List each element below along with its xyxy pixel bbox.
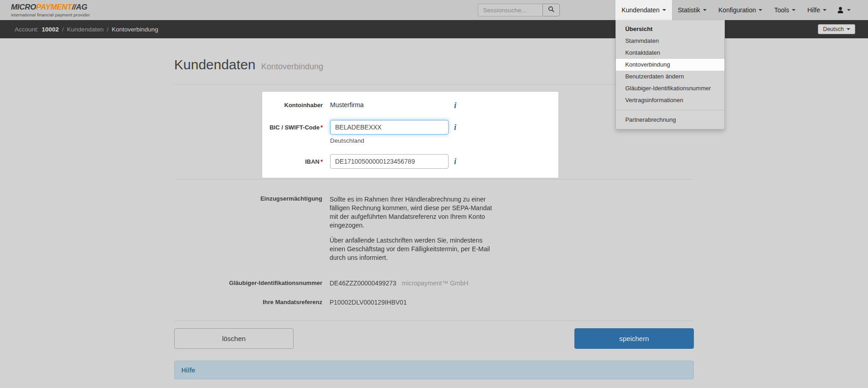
page-subtitle: Kontoverbindung bbox=[261, 62, 323, 71]
dropdown-item-partnerabrechnung[interactable]: Partnerabrechnung bbox=[616, 114, 724, 126]
iban-input[interactable] bbox=[330, 154, 449, 169]
language-selector[interactable]: Deutsch bbox=[818, 24, 855, 34]
breadcrumb-account-number: 10002 bbox=[42, 26, 59, 33]
glaeubiger-id-company: micropayment™ GmbH bbox=[402, 279, 468, 287]
logo-tagline: international financial payment provider bbox=[11, 12, 90, 17]
kontoinhaber-row: Kontoinhaber Musterfirma i bbox=[262, 101, 549, 110]
dropdown-item-uebersicht[interactable]: Übersicht bbox=[616, 23, 724, 35]
search-button[interactable] bbox=[542, 4, 560, 16]
required-marker: * bbox=[320, 158, 323, 165]
form-actions: löschen speichern bbox=[174, 328, 694, 349]
iban-row: IBAN* i bbox=[262, 154, 549, 169]
info-icon[interactable]: i bbox=[454, 123, 456, 132]
dropdown-item-vertragsinformationen[interactable]: Vertragsinformationen bbox=[616, 94, 724, 106]
logo-wordmark: MICROPAYMENT//AG bbox=[11, 3, 90, 12]
nav-item-label: Konfiguration bbox=[718, 6, 756, 14]
nav-item-label: Kundendaten bbox=[621, 6, 659, 14]
einzugsermaechtigung-label: Einzugsermächtigung bbox=[174, 195, 322, 262]
language-label: Deutsch bbox=[823, 26, 844, 32]
einzugsermaechtigung-text: Sollte es im Rahmen Ihrer Händlerabrechn… bbox=[330, 195, 499, 262]
nav-item-tools[interactable]: Tools bbox=[768, 0, 801, 20]
info-icon[interactable]: i bbox=[454, 157, 456, 166]
delete-button[interactable]: löschen bbox=[174, 328, 294, 349]
save-button[interactable]: speichern bbox=[574, 328, 694, 349]
divider bbox=[174, 179, 694, 180]
chevron-down-icon bbox=[792, 9, 796, 11]
einzugsermaechtigung-paragraph-1: Sollte es im Rahmen Ihrer Händlerabrechn… bbox=[330, 195, 499, 230]
bic-control: Deutschland i bbox=[330, 120, 456, 144]
help-panel[interactable]: Hilfe bbox=[174, 361, 694, 379]
help-panel-title: Hilfe bbox=[181, 367, 195, 374]
einzugsermaechtigung-row: Einzugsermächtigung Sollte es im Rahmen … bbox=[174, 195, 694, 262]
account-form-panel: Kontoinhaber Musterfirma i BIC / SWIFT-C… bbox=[262, 91, 559, 178]
glaeubiger-id-label: Gläubiger-Identifikationsnummer bbox=[174, 279, 322, 287]
kontoinhaber-label: Kontoinhaber bbox=[262, 101, 323, 110]
nav-item-label: Tools bbox=[774, 6, 789, 14]
bic-input[interactable] bbox=[330, 120, 449, 135]
chevron-down-icon bbox=[662, 9, 666, 11]
chevron-down-icon bbox=[847, 9, 851, 11]
nav-item-konfiguration[interactable]: Konfiguration bbox=[713, 0, 769, 20]
nav-item-kundendaten[interactable]: Kundendaten Übersicht Stammdaten Kontakt… bbox=[615, 0, 672, 20]
mandatsreferenz-value: P10002DLV000129IHBV01 bbox=[330, 299, 407, 306]
search-input[interactable] bbox=[478, 4, 542, 16]
dropdown-item-benutzerdaten[interactable]: Benutzerdaten ändern bbox=[616, 71, 724, 83]
glaeubiger-id-value-group: DE46ZZZ00000499273micropayment™ GmbH bbox=[330, 279, 469, 287]
chevron-down-icon bbox=[823, 9, 827, 11]
bic-row: BIC / SWIFT-Code* Deutschland i bbox=[262, 120, 549, 144]
search-icon bbox=[548, 6, 555, 14]
chevron-down-icon bbox=[759, 9, 762, 11]
iban-control: i bbox=[330, 154, 456, 169]
divider bbox=[174, 321, 694, 321]
page-title: Kundendaten bbox=[174, 57, 256, 72]
breadcrumb-bar: Account: 10002 / Kundendaten / Kontoverb… bbox=[0, 20, 868, 38]
logo-part-micro: MICRO bbox=[11, 3, 36, 11]
mandatsreferenz-label: Ihre Mandatsreferenz bbox=[174, 299, 322, 306]
user-icon bbox=[837, 6, 844, 14]
nav-item-label: Statistik bbox=[678, 6, 700, 14]
required-marker: * bbox=[320, 124, 323, 131]
user-menu[interactable] bbox=[832, 0, 855, 20]
bic-label-text: BIC / SWIFT-Code bbox=[269, 124, 320, 131]
top-navbar: MICROPAYMENT//AG international financial… bbox=[0, 0, 868, 20]
dropdown-item-stammdaten[interactable]: Stammdaten bbox=[616, 35, 724, 47]
breadcrumb-kontoverbindung: Kontoverbindung bbox=[112, 26, 158, 33]
dropdown-item-kontaktdaten[interactable]: Kontaktdaten bbox=[616, 47, 724, 59]
mandatsreferenz-row: Ihre Mandatsreferenz P10002DLV000129IHBV… bbox=[174, 299, 694, 306]
kontoinhaber-value: Musterfirma bbox=[330, 101, 449, 109]
kundendaten-dropdown: Übersicht Stammdaten Kontaktdaten Kontov… bbox=[615, 20, 725, 129]
glaeubiger-id-value: DE46ZZZ00000499273 bbox=[330, 279, 396, 287]
logo[interactable]: MICROPAYMENT//AG international financial… bbox=[11, 3, 90, 17]
einzugsermaechtigung-paragraph-2: Über anfallende Lastschriften werden Sie… bbox=[330, 236, 499, 262]
breadcrumb-kundendaten[interactable]: Kundendaten bbox=[67, 26, 103, 33]
nav-item-label: Hilfe bbox=[807, 6, 820, 14]
nav-item-hilfe[interactable]: Hilfe bbox=[801, 0, 832, 20]
bic-label: BIC / SWIFT-Code* bbox=[262, 120, 323, 144]
logo-part-payment: PAYMENT bbox=[36, 3, 72, 11]
breadcrumb-separator: / bbox=[62, 26, 64, 33]
iban-label: IBAN* bbox=[262, 154, 323, 169]
bic-country-helper: Deutschland bbox=[330, 137, 449, 144]
dropdown-divider bbox=[616, 110, 724, 110]
nav-item-statistik[interactable]: Statistik bbox=[672, 0, 713, 20]
dropdown-item-kontoverbindung[interactable]: Kontoverbindung bbox=[616, 59, 724, 71]
breadcrumb-account-label: Account: bbox=[15, 26, 39, 33]
chevron-down-icon bbox=[703, 9, 707, 11]
breadcrumb-separator: / bbox=[107, 26, 108, 33]
kontoinhaber-control: Musterfirma i bbox=[330, 101, 456, 110]
glaeubiger-id-row: Gläubiger-Identifikationsnummer DE46ZZZ0… bbox=[174, 279, 694, 287]
iban-label-text: IBAN bbox=[305, 158, 320, 165]
dropdown-item-glaeubiger-id[interactable]: Gläubiger-Identifikationsnummer bbox=[616, 83, 724, 94]
main-nav: Kundendaten Übersicht Stammdaten Kontakt… bbox=[615, 0, 855, 20]
session-search bbox=[478, 4, 560, 16]
logo-part-ag: //AG bbox=[72, 3, 88, 11]
info-icon[interactable]: i bbox=[454, 101, 456, 110]
chevron-down-icon bbox=[847, 28, 850, 30]
